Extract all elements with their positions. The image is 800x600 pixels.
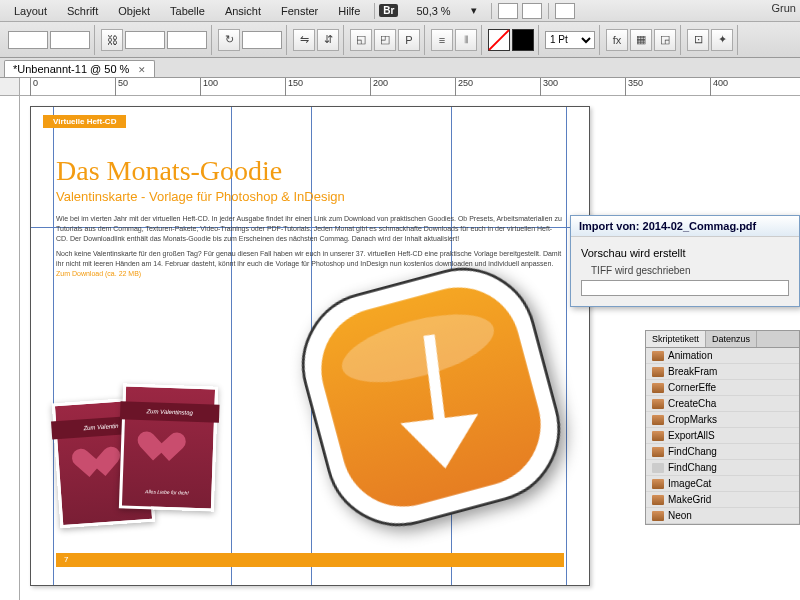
bridge-icon[interactable]: Br [379,4,398,17]
flip-h-icon[interactable]: ⇋ [293,29,315,51]
dialog-message: Vorschau wird erstellt [581,247,789,259]
article-subtitle: Valentinskarte - Vorlage für Photoshop &… [56,189,564,204]
zoom-level[interactable]: 50,3 % [406,5,460,17]
page-number: 7 [59,554,73,565]
effects-icon[interactable]: fx [606,29,628,51]
import-dialog: Import von: 2014-02_Commag.pdf Vorschau … [570,215,800,307]
stroke-swatch[interactable] [512,29,534,51]
tab-skriptetikett[interactable]: Skriptetikett [646,331,706,347]
script-icon [652,447,664,457]
select-content-icon[interactable]: ◰ [374,29,396,51]
menu-schrift[interactable]: Schrift [57,5,108,17]
ruler-horizontal[interactable]: 0 50 100 150 200 250 300 350 400 [20,78,800,96]
list-item[interactable]: BreakFram [646,364,799,380]
dialog-subtext: TIFF wird geschrieben [581,265,789,276]
rotate-field[interactable] [242,31,282,49]
p-icon[interactable]: P [398,29,420,51]
constrain-icon[interactable]: ⛓ [101,29,123,51]
script-icon [652,383,664,393]
menu-hilfe[interactable]: Hilfe [328,5,370,17]
ruler-vertical[interactable] [0,96,20,600]
fit-frame-icon[interactable]: ⊡ [687,29,709,51]
list-item[interactable]: FindChang [646,444,799,460]
scripts-panel: Skriptetikett Datenzus Animation BreakFr… [645,330,800,525]
list-item[interactable]: Animation [646,348,799,364]
x-field[interactable] [8,31,48,49]
list-item[interactable]: CropMarks [646,412,799,428]
page-footer-bar [56,553,564,567]
wrap-icon[interactable]: ▦ [630,29,652,51]
script-list: Animation BreakFram CornerEffe CreateCha… [646,348,799,524]
list-item[interactable]: MakeGrid [646,492,799,508]
list-item[interactable]: CornerEffe [646,380,799,396]
script-icon [652,479,664,489]
folder-icon [652,463,664,473]
script-icon [652,367,664,377]
menu-fenster[interactable]: Fenster [271,5,328,17]
panel-tabs: Skriptetikett Datenzus [646,331,799,348]
y-field[interactable] [50,31,90,49]
select-container-icon[interactable]: ◱ [350,29,372,51]
ruler-origin[interactable] [0,78,20,96]
heart-icon [150,432,186,465]
distribute-icon[interactable]: ⫴ [455,29,477,51]
card-front: Zum Valentinstag Alles Liebe für dich! [119,383,218,511]
section-badge: Virtuelle Heft-CD [43,115,126,128]
menu-layout[interactable]: Layout [4,5,57,17]
script-icon [652,399,664,409]
flip-v-icon[interactable]: ⇵ [317,29,339,51]
script-icon [652,351,664,361]
page[interactable]: Virtuelle Heft-CD Das Monats-Goodie Vale… [30,106,590,586]
screen-mode-icon[interactable] [522,3,542,19]
w-field[interactable] [125,31,165,49]
control-toolbar: ⛓ ↻ ⇋ ⇵ ◱ ◰ P ≡ ⫴ 1 Pt fx ▦ ◲ ⊡ ✦ [0,22,800,58]
heart-icon [85,447,122,481]
list-item[interactable]: FindChang [646,460,799,476]
script-icon [652,495,664,505]
valentine-cards: Zum Valentin Zum Valentinstag Alles Lieb… [56,385,216,525]
fill-swatch[interactable] [488,29,510,51]
dialog-title: Import von: 2014-02_Commag.pdf [571,216,799,237]
menu-objekt[interactable]: Objekt [108,5,160,17]
h-field[interactable] [167,31,207,49]
list-item[interactable]: CreateCha [646,396,799,412]
tab-datenzus[interactable]: Datenzus [706,331,757,347]
script-icon [652,415,664,425]
view-mode-icon[interactable] [498,3,518,19]
progress-bar [581,280,789,296]
rotate-icon[interactable]: ↻ [218,29,240,51]
document-tabs: *Unbenannt-11 @ 50 % ✕ [0,58,800,78]
menu-ansicht[interactable]: Ansicht [215,5,271,17]
menu-tabelle[interactable]: Tabelle [160,5,215,17]
align-icon[interactable]: ≡ [431,29,453,51]
close-icon[interactable]: ✕ [138,65,146,75]
stroke-weight[interactable]: 1 Pt [545,31,595,49]
corner-icon[interactable]: ◲ [654,29,676,51]
menu-bar: Layout Schrift Objekt Tabelle Ansicht Fe… [0,0,800,22]
list-item[interactable]: ExportAllS [646,428,799,444]
logo-graphic [291,257,571,537]
list-item[interactable]: ImageCat [646,476,799,492]
script-icon [652,511,664,521]
script-icon [652,431,664,441]
document-tab[interactable]: *Unbenannt-11 @ 50 % ✕ [4,60,155,77]
transform-icon[interactable]: ✦ [711,29,733,51]
zoom-dropdown-icon[interactable]: ▾ [461,4,487,17]
arrange-icon[interactable] [555,3,575,19]
article-title: Das Monats-Goodie [56,155,564,187]
tab-label: *Unbenannt-11 @ 50 % [13,63,129,75]
list-item[interactable]: Neon [646,508,799,524]
workspace-switcher[interactable]: Grun [772,2,796,14]
